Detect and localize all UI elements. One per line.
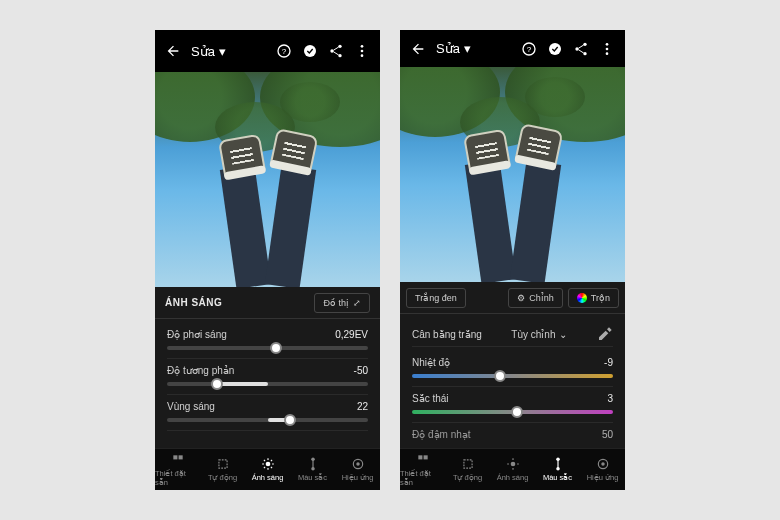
svg-point-29	[575, 47, 578, 50]
color-panel: Trắng đen ⚙Chỉnh Trộn Cân bằng trắng Tùy…	[400, 282, 625, 490]
topbar: Sửa▾ ?	[400, 30, 625, 67]
tab-presets[interactable]: Thiết đặt sẵn	[400, 449, 445, 490]
svg-point-12	[265, 462, 270, 467]
header-title[interactable]: Sửa▾	[191, 44, 226, 59]
accept-icon[interactable]	[547, 41, 563, 57]
tab-effects[interactable]: Hiệu ứng	[335, 449, 380, 490]
svg-point-4	[330, 49, 333, 52]
presets-icon	[416, 453, 430, 467]
light-icon	[261, 457, 275, 471]
caret-down-icon: ▾	[464, 41, 471, 56]
mix-button[interactable]: Trộn	[568, 288, 619, 308]
white-balance-row: Cân bằng trắng Tùy chỉnh⌄	[412, 320, 613, 347]
tab-color[interactable]: Màu sắc	[535, 449, 580, 490]
bw-button[interactable]: Trắng đen	[406, 288, 466, 308]
panel-title: ÁNH SÁNG	[165, 297, 222, 308]
svg-point-28	[583, 42, 586, 45]
svg-point-21	[311, 458, 315, 462]
adjust-button[interactable]: ⚙Chỉnh	[508, 288, 563, 308]
svg-point-33	[606, 52, 609, 55]
effects-icon	[596, 457, 610, 471]
svg-rect-10	[178, 455, 182, 459]
svg-point-6	[361, 45, 364, 48]
caret-down-icon: ▾	[219, 44, 226, 59]
svg-point-42	[556, 458, 560, 462]
svg-point-30	[583, 52, 586, 55]
tab-light[interactable]: Ánh sáng	[490, 449, 535, 490]
help-icon[interactable]: ?	[276, 43, 292, 59]
svg-point-43	[556, 467, 560, 471]
auto-icon	[461, 457, 475, 471]
wb-mode-dropdown[interactable]: Tùy chỉnh⌄	[511, 329, 567, 340]
slider-tint[interactable]: Sắc thái3	[412, 389, 613, 423]
svg-point-32	[606, 47, 609, 50]
svg-point-7	[361, 50, 364, 53]
accept-icon[interactable]	[302, 43, 318, 59]
svg-point-24	[356, 462, 360, 466]
svg-point-8	[361, 54, 364, 57]
color-icon	[306, 457, 320, 471]
tab-effects[interactable]: Hiệu ứng	[580, 449, 625, 490]
slider-saturation[interactable]: Độ đậm nhạt50	[412, 425, 613, 448]
header-title[interactable]: Sửa▾	[436, 41, 471, 56]
auto-icon	[216, 457, 230, 471]
chevron-down-icon: ⌄	[559, 329, 567, 340]
svg-rect-36	[463, 460, 471, 468]
effects-icon	[351, 457, 365, 471]
photo-preview[interactable]	[400, 67, 625, 282]
help-icon[interactable]: ?	[521, 41, 537, 57]
phone-screen-left: Sửa▾ ? ÁNH SÁNG Đồ thị⤢ Độ phơi sáng0,29…	[155, 30, 380, 490]
svg-line-19	[263, 467, 264, 468]
svg-point-37	[510, 462, 515, 467]
slider-temperature[interactable]: Nhiệt độ-9	[412, 353, 613, 387]
svg-rect-34	[418, 455, 422, 459]
mixer-icon: ⚙	[517, 293, 525, 303]
tab-auto[interactable]: Tự động	[445, 449, 490, 490]
slider-highlights[interactable]: Vùng sáng22	[167, 397, 368, 431]
svg-point-3	[338, 45, 341, 48]
graph-button[interactable]: Đồ thị⤢	[314, 293, 370, 313]
phone-screen-right: Sửa▾ ? Trắng đen ⚙Chỉnh Trộn Cân bằng	[400, 30, 625, 490]
svg-point-31	[606, 43, 609, 46]
photo-preview[interactable]	[155, 72, 380, 287]
eyedropper-icon[interactable]	[597, 326, 613, 342]
color-wheel-icon	[577, 293, 587, 303]
svg-point-27	[549, 43, 561, 55]
svg-text:?: ?	[527, 44, 532, 53]
share-icon[interactable]	[328, 43, 344, 59]
svg-line-17	[263, 460, 264, 461]
bottom-tabs: Thiết đặt sẵn Tự động Ánh sáng Màu sắc H…	[400, 448, 625, 490]
bottom-tabs: Thiết đặt sẵn Tự động Ánh sáng Màu sắc H…	[155, 448, 380, 490]
svg-rect-35	[423, 455, 427, 459]
slider-exposure[interactable]: Độ phơi sáng0,29EV	[167, 325, 368, 359]
svg-line-20	[270, 460, 271, 461]
svg-point-2	[304, 45, 316, 57]
graph-icon: ⤢	[353, 298, 361, 308]
svg-point-22	[311, 467, 315, 471]
topbar: Sửa▾ ?	[155, 30, 380, 72]
presets-icon	[171, 453, 185, 467]
back-icon[interactable]	[410, 41, 426, 57]
svg-line-18	[270, 467, 271, 468]
more-icon[interactable]	[599, 41, 615, 57]
share-icon[interactable]	[573, 41, 589, 57]
tab-auto[interactable]: Tự động	[200, 449, 245, 490]
svg-rect-11	[218, 460, 226, 468]
svg-point-45	[601, 462, 605, 466]
svg-rect-9	[173, 455, 177, 459]
tab-light[interactable]: Ánh sáng	[245, 449, 290, 490]
color-icon	[551, 457, 565, 471]
tab-color[interactable]: Màu sắc	[290, 449, 335, 490]
svg-text:?: ?	[282, 47, 287, 56]
light-icon	[506, 457, 520, 471]
light-panel: ÁNH SÁNG Đồ thị⤢ Độ phơi sáng0,29EV Độ t…	[155, 287, 380, 490]
tab-presets[interactable]: Thiết đặt sẵn	[155, 449, 200, 490]
back-icon[interactable]	[165, 43, 181, 59]
more-icon[interactable]	[354, 43, 370, 59]
slider-contrast[interactable]: Độ tương phản-50	[167, 361, 368, 395]
svg-point-5	[338, 54, 341, 57]
